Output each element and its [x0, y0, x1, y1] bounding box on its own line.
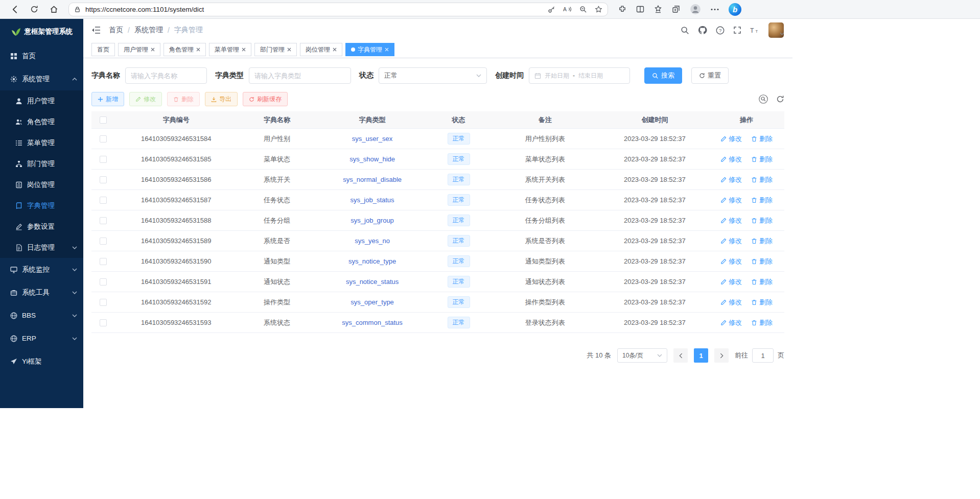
add-favorite-icon[interactable] [595, 6, 602, 13]
browser-refresh-button[interactable] [27, 2, 42, 17]
row-delete-link[interactable]: 删除 [751, 318, 773, 327]
export-button[interactable]: 导出 [205, 92, 238, 106]
font-size-icon[interactable]: TT [750, 27, 760, 34]
dict-name-input[interactable] [131, 72, 201, 80]
zoom-out-icon[interactable] [579, 6, 587, 13]
dict-type-link[interactable]: sys_normal_disable [343, 176, 402, 183]
collections-icon[interactable] [672, 5, 680, 13]
add-button[interactable]: 新增 [91, 92, 124, 106]
dict-type-link[interactable]: sys_oper_type [351, 298, 394, 306]
sidebar-item-yi-framework[interactable]: Yi框架 [0, 350, 83, 373]
status-select[interactable]: 正常 [379, 67, 487, 84]
row-checkbox[interactable] [100, 278, 107, 286]
row-edit-link[interactable]: 修改 [720, 134, 742, 144]
row-edit-link[interactable]: 修改 [720, 257, 742, 266]
row-checkbox[interactable] [100, 237, 107, 245]
row-delete-link[interactable]: 删除 [751, 134, 773, 144]
breadcrumb-system[interactable]: 系统管理 [134, 26, 163, 35]
row-edit-link[interactable]: 修改 [720, 236, 742, 246]
dict-type-link[interactable]: sys_user_sex [352, 135, 392, 142]
github-icon[interactable] [698, 26, 707, 35]
dict-type-link[interactable]: sys_yes_no [355, 237, 390, 245]
row-edit-link[interactable]: 修改 [720, 318, 742, 327]
tab-close-icon[interactable] [242, 47, 246, 52]
row-delete-link[interactable]: 删除 [751, 155, 773, 164]
row-checkbox[interactable] [100, 176, 107, 183]
extensions-icon[interactable] [618, 5, 626, 13]
row-delete-link[interactable]: 删除 [751, 298, 773, 307]
tab-role-management[interactable]: 角色管理 [164, 43, 206, 56]
breadcrumb-home[interactable]: 首页 [109, 26, 123, 35]
row-delete-link[interactable]: 删除 [751, 196, 773, 205]
search-button[interactable]: 搜索 [644, 67, 682, 84]
help-icon[interactable]: ? [716, 26, 725, 35]
dict-type-link[interactable]: sys_notice_type [348, 257, 396, 265]
row-checkbox[interactable] [100, 135, 107, 142]
page-size-select[interactable]: 10条/页 [617, 348, 667, 363]
dict-type-link[interactable]: sys_job_status [351, 196, 394, 204]
app-logo[interactable]: 意框架管理系统 [0, 19, 83, 44]
refresh-table-icon[interactable] [776, 95, 784, 103]
row-checkbox[interactable] [100, 258, 107, 265]
browser-home-button[interactable] [46, 2, 61, 17]
tab-close-icon[interactable] [196, 47, 200, 52]
tab-close-icon[interactable] [287, 47, 291, 52]
sidebar-item-system-management[interactable]: 系统管理 [0, 67, 83, 90]
sidebar-item-dept-management[interactable]: 部门管理 [0, 153, 83, 174]
address-bar[interactable]: https://ccnetcore.com:1101/system/dict A [68, 3, 608, 16]
tab-close-icon[interactable] [385, 47, 389, 52]
toggle-search-icon[interactable] [759, 94, 768, 104]
sidebar-item-erp[interactable]: ERP [0, 327, 83, 350]
row-delete-link[interactable]: 删除 [751, 257, 773, 266]
delete-button[interactable]: 删除 [167, 92, 200, 106]
sidebar-item-bbs[interactable]: BBS [0, 304, 83, 327]
refresh-cache-button[interactable]: 刷新缓存 [243, 92, 288, 106]
password-key-icon[interactable] [548, 6, 555, 13]
sidebar-item-dict-management[interactable]: 字典管理 [0, 195, 83, 216]
user-avatar[interactable] [768, 22, 784, 38]
sidebar-item-menu-management[interactable]: 菜单管理 [0, 132, 83, 153]
row-delete-link[interactable]: 删除 [751, 277, 773, 287]
row-checkbox[interactable] [100, 299, 107, 306]
browser-profile-avatar[interactable] [690, 4, 701, 15]
page-number-button[interactable]: 1 [694, 348, 708, 363]
edit-button[interactable]: 修改 [129, 92, 162, 106]
select-all-checkbox[interactable] [100, 116, 107, 124]
tab-user-management[interactable]: 用户管理 [118, 43, 160, 56]
header-search-icon[interactable] [681, 26, 689, 35]
row-edit-link[interactable]: 修改 [720, 196, 742, 205]
row-delete-link[interactable]: 删除 [751, 175, 773, 184]
tab-post-management[interactable]: 岗位管理 [300, 43, 342, 56]
row-checkbox[interactable] [100, 197, 107, 204]
row-delete-link[interactable]: 删除 [751, 236, 773, 246]
dict-type-link[interactable]: sys_common_status [342, 319, 403, 326]
tab-home[interactable]: 首页 [91, 43, 115, 56]
browser-more-menu-icon[interactable] [711, 8, 719, 11]
tab-close-icon[interactable] [333, 47, 337, 52]
row-edit-link[interactable]: 修改 [720, 277, 742, 287]
reset-button[interactable]: 重置 [691, 67, 729, 84]
tab-dept-management[interactable]: 部门管理 [254, 43, 297, 56]
tab-dict-management[interactable]: 字典管理 [345, 43, 394, 56]
fullscreen-icon[interactable] [733, 26, 741, 34]
prev-page-button[interactable] [673, 348, 688, 363]
row-checkbox[interactable] [100, 156, 107, 163]
bing-sidebar-icon[interactable]: b [729, 3, 741, 16]
sidebar-item-param-settings[interactable]: 参数设置 [0, 216, 83, 237]
dict-type-link[interactable]: sys_notice_status [346, 278, 399, 286]
sidebar-item-user-management[interactable]: 用户管理 [0, 90, 83, 111]
row-edit-link[interactable]: 修改 [720, 175, 742, 184]
sidebar-item-post-management[interactable]: 岗位管理 [0, 174, 83, 195]
browser-back-button[interactable] [7, 2, 22, 17]
row-edit-link[interactable]: 修改 [720, 155, 742, 164]
dict-type-link[interactable]: sys_job_group [351, 217, 394, 224]
sidebar-item-role-management[interactable]: 角色管理 [0, 111, 83, 132]
tab-menu-management[interactable]: 菜单管理 [209, 43, 251, 56]
dict-type-link[interactable]: sys_show_hide [349, 155, 395, 163]
goto-page-input[interactable] [752, 348, 774, 363]
date-range-picker[interactable]: 开始日期 - 结束日期 [529, 67, 630, 84]
row-delete-link[interactable]: 删除 [751, 216, 773, 225]
favorites-bar-icon[interactable] [654, 5, 662, 13]
tab-close-icon[interactable] [151, 47, 155, 52]
next-page-button[interactable] [714, 348, 729, 363]
